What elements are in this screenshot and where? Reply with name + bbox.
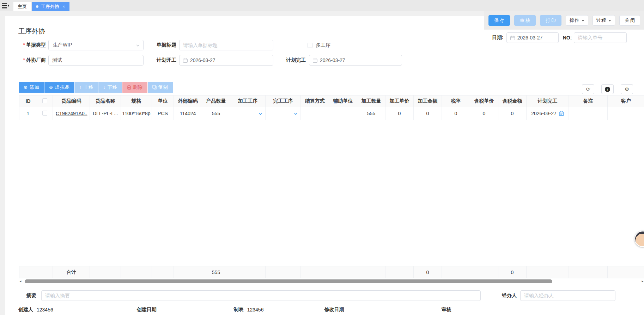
creator-label: 创建人	[18, 307, 33, 313]
doc-title-label: 单据标题	[141, 42, 176, 48]
vendor-input[interactable]	[48, 55, 144, 66]
cell-unit-price[interactable]: 0	[385, 107, 414, 120]
info-icon: i	[605, 87, 610, 92]
trash-icon	[127, 85, 131, 89]
field-plan-start: 计划开工 2026-03-27	[141, 55, 273, 66]
multi-process-checkbox-row[interactable]: 多工序	[308, 42, 330, 49]
col-tax-price: 含税单价	[470, 95, 498, 107]
cell-tax-amount[interactable]: 0	[498, 107, 527, 120]
cell-customer[interactable]	[608, 107, 644, 120]
col-item-name: 货品名称	[90, 95, 121, 107]
calendar-icon[interactable]	[559, 111, 564, 116]
cell-remark[interactable]	[569, 107, 608, 120]
tab-process-outsourcing[interactable]: 工序外协 ×	[32, 2, 69, 11]
create-date-label: 创建日期	[137, 307, 157, 313]
process-label: 过程	[596, 17, 606, 24]
cell-process-select[interactable]	[230, 107, 266, 120]
move-up-button[interactable]: ↑ 上移	[75, 82, 98, 93]
item-code-link[interactable]: C1982491A0..	[56, 111, 87, 116]
cell-product-qty: 555	[202, 107, 230, 120]
refresh-button[interactable]: ⟳	[582, 84, 594, 94]
multi-process-label: 多工序	[316, 42, 330, 49]
sidebar-toggle-icon[interactable]	[2, 2, 10, 9]
doc-type-select[interactable]: 生产WIP	[48, 40, 144, 50]
copy-icon	[152, 85, 157, 89]
totals-label: 合计	[53, 266, 90, 278]
cell-finish-process-select[interactable]	[266, 107, 301, 120]
date-label: 日期:	[492, 35, 504, 41]
page-title: 工序外协	[18, 27, 45, 36]
delete-row-button[interactable]: 删除	[122, 82, 147, 93]
copy-row-button[interactable]: 复制	[148, 82, 173, 93]
plan-finish-label: 计划完工	[272, 57, 306, 63]
doc-date-value: 2026-03-27	[517, 35, 543, 41]
cell-tax-rate[interactable]: 0	[442, 107, 470, 120]
cell-aux-unit[interactable]	[329, 107, 357, 120]
audit-button[interactable]: 审核	[514, 15, 536, 26]
column-settings-button[interactable]: ⚙	[621, 84, 633, 94]
save-button[interactable]: 保存	[488, 15, 510, 26]
plan-finish-date-input[interactable]: 2026-03-27	[309, 55, 402, 66]
add-row-button[interactable]: ⊕ 添加	[19, 82, 44, 93]
caret-down-icon	[582, 20, 584, 21]
cell-tax-price[interactable]: 0	[470, 107, 498, 120]
process-dropdown-button[interactable]: 过程	[593, 15, 615, 26]
cell-id: 1	[19, 107, 37, 120]
info-button[interactable]: i	[601, 84, 614, 94]
circle-plus-icon: ⊕	[49, 85, 53, 90]
totals-row: 合计 555 0 0	[19, 266, 644, 278]
operate-dropdown-button[interactable]: 操作	[566, 15, 588, 26]
summary-input[interactable]	[41, 290, 481, 301]
print-button[interactable]: 打印	[540, 15, 561, 26]
cell-plan-finish[interactable]: 2026-03-27	[527, 107, 569, 120]
calendar-icon	[183, 58, 188, 63]
close-button[interactable]: 关闭	[619, 15, 640, 26]
gear-icon: ⚙	[625, 86, 629, 92]
cell-settle-mode[interactable]	[301, 107, 329, 120]
plan-start-label: 计划开工	[141, 57, 176, 63]
scroll-right-arrow-icon[interactable]: ►	[641, 280, 644, 283]
summary-field: 摘要	[26, 290, 481, 301]
operator-input[interactable]	[520, 290, 615, 301]
col-unit-price: 加工单价	[385, 95, 414, 107]
arrow-up-icon: ↑	[79, 85, 82, 90]
close-label: 关闭	[625, 17, 636, 24]
scroll-left-arrow-icon[interactable]: ◄	[19, 280, 22, 283]
row-checkbox[interactable]	[42, 111, 47, 116]
virtual-item-label: 虚拟品	[55, 84, 70, 91]
doc-date-input[interactable]: 2026-03-27	[506, 32, 559, 43]
col-product-qty: 产品数量	[202, 95, 230, 107]
tab-home[interactable]: 主页	[13, 2, 31, 11]
cell-amount[interactable]: 0	[414, 107, 442, 120]
table-row: 1 C1982491A0.. DLL-PL-L... 1100*160*8p P…	[19, 107, 644, 120]
col-id: ID	[19, 95, 37, 107]
horizontal-scrollbar[interactable]: ◄ ►	[19, 279, 644, 284]
select-all-checkbox[interactable]	[42, 98, 47, 103]
doc-number-row: 日期: 2026-03-27 NO:	[484, 32, 644, 43]
plan-start-date-input[interactable]: 2026-03-27	[179, 55, 273, 66]
tab-active-label: 工序外协	[41, 4, 59, 10]
cell-item-code: C1982491A0..	[53, 107, 90, 120]
modify-date-label: 修改日期	[324, 307, 344, 313]
tab-close-icon[interactable]: ×	[62, 4, 65, 9]
footer-meta: 创建人 123456 创建日期 制表 123456 修改日期 审核	[18, 307, 547, 313]
multi-process-checkbox[interactable]	[308, 43, 312, 48]
scrollbar-thumb[interactable]	[25, 279, 552, 283]
refresh-icon: ⟳	[586, 86, 590, 92]
doc-no-input[interactable]	[574, 32, 627, 43]
vendor-label: 外协厂商	[26, 57, 46, 63]
action-bar: 保存 审核 打印 操作 过程 关闭	[484, 11, 644, 30]
tab-home-label: 主页	[18, 4, 27, 10]
doc-title-input[interactable]	[179, 40, 273, 50]
plan-start-value: 2026-03-27	[190, 57, 215, 63]
virtual-item-button[interactable]: ⊕ 虚拟品	[44, 82, 74, 93]
col-spec: 规格	[121, 95, 152, 107]
cell-ext-code: 114024	[174, 107, 202, 120]
audit-label: 审核	[441, 307, 451, 313]
operate-label: 操作	[570, 17, 579, 24]
cell-proc-qty[interactable]: 555	[357, 107, 385, 120]
cell-unit: PCS	[152, 107, 174, 120]
totals-amount: 0	[414, 266, 442, 278]
move-down-button[interactable]: ↓ 下移	[98, 82, 122, 93]
totals-tax-amount: 0	[498, 266, 527, 278]
